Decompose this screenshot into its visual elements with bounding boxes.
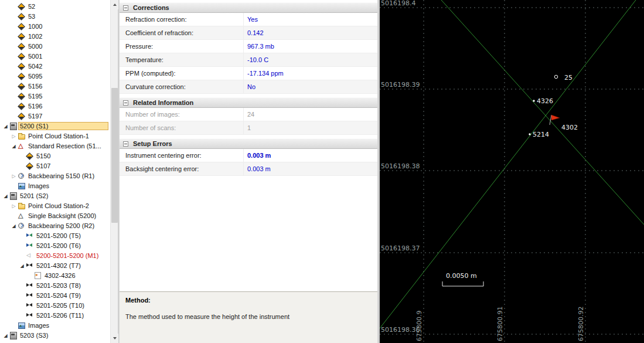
tree-item[interactable]: 5001 (0, 51, 110, 61)
tree-item-label: Point Cloud Station-1 (26, 132, 91, 140)
collapse-section-icon[interactable] (123, 100, 128, 106)
scroll-up-icon[interactable] (111, 0, 118, 9)
map-point-label: 25 (564, 74, 573, 81)
properties-sections: CorrectionsRefraction correction:YesCoef… (120, 0, 377, 291)
tree-collapsed-icon[interactable] (10, 171, 18, 181)
property-value[interactable]: -10.0 C (244, 53, 377, 66)
section-header[interactable]: Corrections (120, 2, 377, 13)
tree-item[interactable]: 52 (0, 1, 110, 11)
property-value[interactable]: 1 (244, 121, 377, 134)
tree-item[interactable]: 5201-5200 (T6) (0, 240, 110, 250)
tree-item[interactable]: 5201-5204 (T9) (0, 290, 110, 300)
tree-item-label: 5197 (26, 112, 44, 120)
property-value[interactable]: 0.142 (244, 26, 377, 39)
tree-item[interactable]: Single Backsight (5200) (0, 210, 110, 220)
northing-axis-label: 5016198.39 (381, 81, 420, 89)
folder-icon (18, 132, 25, 140)
tree-item[interactable]: 5196 (0, 101, 110, 111)
project-explorer-tree: 5253100010025000500150425095515651955196… (0, 1, 110, 340)
tree-expanded-icon[interactable] (2, 121, 9, 131)
tree-collapsed-icon[interactable] (10, 201, 18, 211)
tree-item[interactable]: 5107 (0, 161, 110, 171)
tree-item[interactable]: 5200 (S1) (0, 121, 110, 131)
section-title: Related Information (133, 99, 193, 106)
tree-expanded-icon[interactable] (2, 191, 9, 201)
backbearing-icon (18, 222, 25, 229)
tree-item[interactable]: 1002 (0, 31, 110, 41)
station-flag-icon[interactable] (551, 115, 560, 120)
tree-item[interactable]: 5201-5205 (T10) (0, 300, 110, 310)
property-label: Curvature correction: (120, 80, 244, 93)
tree-item[interactable]: Images (0, 320, 110, 330)
tree-scrollbar[interactable] (110, 0, 118, 343)
tree-expanded-icon[interactable] (10, 141, 18, 151)
tree-item[interactable]: 5203 (S3) (0, 330, 110, 340)
station-icon (9, 331, 17, 339)
northing-axis-label: 5016198.38 (381, 162, 420, 170)
tree-item[interactable]: 5195 (0, 91, 110, 101)
tree-item[interactable]: Point Cloud Station-1 (0, 131, 110, 141)
map-point-label: 5214 (533, 131, 549, 138)
tree-item[interactable]: 5201 (S2) (0, 191, 110, 201)
tree-item-label: 1002 (26, 32, 44, 40)
tree-expanded-icon[interactable] (2, 330, 9, 341)
obs-t7-icon (26, 291, 33, 299)
tree-item[interactable]: Backbearing 5200 (R2) (0, 220, 110, 230)
tree-item[interactable]: 5150 (0, 151, 110, 161)
property-row: Instrument centering error:0.003 m (120, 149, 377, 162)
tree-item[interactable]: 5200-5201-5200 (M1) (0, 250, 110, 260)
point-icon (26, 152, 33, 159)
obs-t5-icon (26, 232, 33, 239)
tree-item[interactable]: 1000 (0, 21, 110, 31)
property-value[interactable]: 0.003 m (244, 149, 377, 162)
point-marker-dot[interactable] (533, 100, 534, 101)
tree-item[interactable]: 5095 (0, 71, 110, 81)
images-icon (18, 321, 25, 329)
plan-view-panel[interactable]: 5016198.45016198.395016198.385016198.375… (380, 0, 644, 343)
scrollbar-thumb[interactable] (111, 88, 118, 223)
backbearing-icon (18, 172, 25, 179)
property-value[interactable]: 967.3 mb (244, 40, 377, 53)
point-marker-circle[interactable] (554, 75, 558, 79)
tree-item-label: Images (26, 182, 51, 190)
tree-item[interactable]: 53 (0, 11, 110, 21)
property-value[interactable]: No (244, 80, 377, 93)
tree-item[interactable]: Images (0, 181, 110, 191)
backsight-icon (18, 212, 25, 219)
tree-item[interactable]: Backbearing 5150 (R1) (0, 171, 110, 181)
scroll-down-icon[interactable] (111, 334, 118, 343)
tree-item-label: Single Backsight (5200) (26, 212, 98, 220)
property-value[interactable]: Yes (244, 13, 377, 26)
tree-item[interactable]: 5201-5203 (T8) (0, 280, 110, 290)
tree-item[interactable]: 5197 (0, 111, 110, 121)
tree-item[interactable]: 5042 (0, 61, 110, 71)
property-section: CorrectionsRefraction correction:YesCoef… (120, 2, 377, 94)
tree-item[interactable]: 5201-4302 (T7) (0, 260, 110, 270)
tree-item-label: 5203 (S3) (18, 331, 50, 339)
section-header[interactable]: Setup Errors (120, 138, 377, 149)
tree-item[interactable]: Standard Resection (51... (0, 141, 110, 151)
property-value[interactable]: 24 (244, 108, 377, 121)
point-icon (18, 62, 25, 70)
tree-item-label: 5201 (S2) (18, 192, 50, 200)
tree-item-label: 5095 (26, 72, 44, 80)
tree-item[interactable]: Point Cloud Station-2 (0, 201, 110, 210)
property-row: Coefficient of refraction:0.142 (120, 26, 377, 40)
collapse-section-icon[interactable] (123, 141, 128, 147)
plan-view-svg[interactable]: 5016198.45016198.395016198.385016198.375… (380, 0, 644, 343)
tree-expanded-icon[interactable] (10, 220, 18, 231)
tree-collapsed-icon[interactable] (10, 131, 18, 141)
property-value[interactable]: -17.134 ppm (244, 67, 377, 80)
section-header[interactable]: Related Information (120, 97, 377, 108)
tree-item[interactable]: 5201-5200 (T5) (0, 230, 110, 240)
collapse-section-icon[interactable] (123, 5, 128, 11)
property-value[interactable]: 0.003 m (244, 162, 377, 175)
tree-expanded-icon[interactable] (18, 260, 26, 271)
tree-item[interactable]: 5000 (0, 41, 110, 51)
tree-item[interactable]: 4302-4326 (0, 270, 110, 280)
point-marker-dot[interactable] (529, 133, 530, 135)
property-row: Pressure:967.3 mb (120, 40, 377, 53)
tree-item[interactable]: 5156 (0, 81, 110, 91)
tree-item-label: 5201-5200 (T5) (35, 232, 83, 240)
tree-item[interactable]: 5201-5206 (T11) (0, 310, 110, 320)
